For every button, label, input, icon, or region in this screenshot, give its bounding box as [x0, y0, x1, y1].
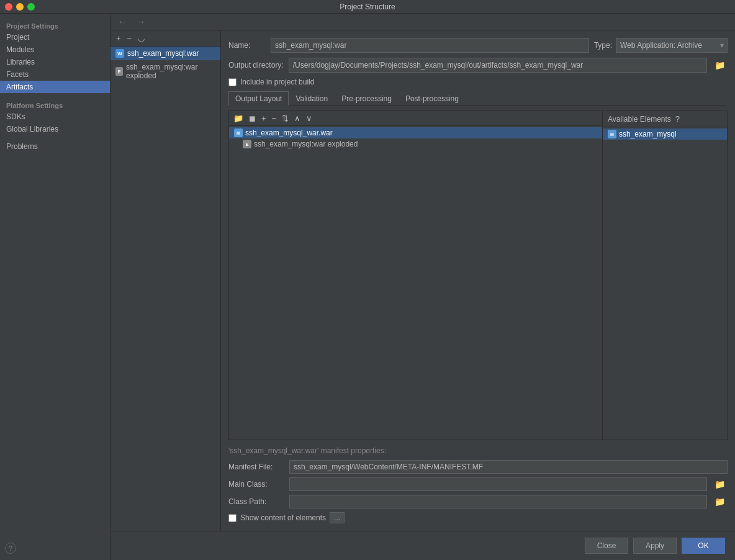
forward-button[interactable]: → — [134, 16, 148, 27]
tree-items: M ssh_exam_mysql_war.war E ssh_exam_mysq… — [229, 126, 602, 440]
exploded-icon: E — [115, 67, 123, 76]
show-content-label: Show content of elements — [240, 513, 326, 522]
class-path-label: Class Path: — [228, 497, 284, 506]
sidebar-divider-2 — [0, 135, 110, 140]
available-item-ssh-exam-mysql[interactable]: M ssh_exam_mysql — [603, 129, 727, 140]
tree-item-war[interactable]: M ssh_exam_mysql_war.war — [229, 127, 602, 138]
platform-settings-header: Platform Settings — [0, 98, 110, 111]
sidebar-item-facets[interactable]: Facets — [0, 68, 110, 81]
sidebar-divider — [0, 93, 110, 98]
class-path-row: Class Path: 📁 — [228, 495, 728, 508]
main-container: Project Settings Project Modules Librari… — [0, 14, 735, 560]
type-select[interactable]: Web Application: Archive — [616, 38, 728, 53]
tab-validation[interactable]: Validation — [289, 91, 335, 106]
titlebar: Project Structure — [0, 0, 735, 14]
sidebar-item-modules[interactable]: Modules — [0, 43, 110, 56]
tab-output-layout[interactable]: Output Layout — [228, 91, 289, 106]
bottom-bar: Close Apply OK — [110, 531, 735, 560]
tree-down-button[interactable]: ∨ — [304, 113, 314, 124]
output-tree-toolbar: 📁 ◼ + − ⇅ ∧ ∨ — [229, 111, 602, 126]
sidebar-item-problems[interactable]: Problems — [0, 140, 110, 153]
sidebar-item-artifacts[interactable]: Artifacts — [0, 81, 110, 93]
manifest-file-row: Manifest File: — [228, 460, 728, 474]
back-button[interactable]: ← — [115, 16, 129, 27]
manifest-file-label: Manifest File: — [228, 463, 284, 471]
available-items: M ssh_exam_mysql — [603, 127, 727, 440]
name-label: Name: — [228, 41, 266, 50]
main-class-input[interactable] — [289, 477, 707, 491]
include-project-build-checkbox[interactable] — [228, 78, 237, 86]
sidebar-item-libraries[interactable]: Libraries — [0, 56, 110, 68]
window-title: Project Structure — [340, 2, 395, 11]
close-button[interactable]: Close — [585, 538, 628, 554]
class-path-input[interactable] — [289, 495, 707, 508]
main-class-browse-button[interactable]: 📁 — [712, 479, 728, 489]
manifest-section: 'ssh_exam_mysql_war.war' manifest proper… — [228, 446, 728, 523]
nav-bar: ← → — [110, 14, 735, 30]
artifact-panel: + − ◡ W ssh_exam_mysql:war E ssh_exam_my… — [110, 30, 735, 531]
sidebar: Project Settings Project Modules Librari… — [0, 14, 110, 560]
output-dir-row: Output directory: 📁 — [228, 58, 728, 73]
remove-artifact-button[interactable]: − — [125, 33, 134, 43]
name-input[interactable] — [271, 38, 589, 53]
help-button[interactable]: ? — [5, 543, 16, 554]
manifest-file-input[interactable] — [289, 460, 728, 474]
war-icon: W — [115, 49, 124, 58]
sidebar-item-project[interactable]: Project — [0, 31, 110, 43]
war-tree-icon: M — [234, 129, 243, 137]
output-area: 📁 ◼ + − ⇅ ∧ ∨ M ssh_exam_mysql_war.war — [228, 111, 728, 440]
output-tree-panel: 📁 ◼ + − ⇅ ∧ ∨ M ssh_exam_mysql_war.war — [229, 111, 603, 440]
apply-button[interactable]: Apply — [633, 538, 677, 554]
available-help-button[interactable]: ? — [674, 114, 682, 124]
artifact-item-war[interactable]: W ssh_exam_mysql:war — [110, 47, 220, 60]
tree-folder-button[interactable]: 📁 — [232, 113, 245, 124]
tree-module-button[interactable]: ◼ — [247, 113, 258, 124]
main-class-row: Main Class: 📁 — [228, 477, 728, 491]
tree-sort-button[interactable]: ⇅ — [280, 113, 291, 124]
artifact-item-war-exploded[interactable]: E ssh_exam_mysql:war exploded — [110, 60, 220, 83]
exploded-tree-icon: E — [243, 140, 251, 148]
available-elements-label: Available Elements — [608, 115, 671, 124]
tab-post-processing[interactable]: Post-processing — [399, 91, 466, 106]
content-area: ← → + − ◡ W ssh_exam_mysql:war E — [110, 14, 735, 560]
copy-artifact-button[interactable]: ◡ — [136, 33, 147, 43]
output-dir-label: Output directory: — [228, 61, 284, 70]
maximize-window-button[interactable] — [27, 3, 35, 11]
show-content-checkbox[interactable] — [228, 514, 237, 522]
artifact-list-panel: + − ◡ W ssh_exam_mysql:war E ssh_exam_my… — [110, 30, 221, 531]
include-project-build-label: Include in project build — [240, 78, 314, 86]
sidebar-item-global-libraries[interactable]: Global Libraries — [0, 123, 110, 135]
available-module-icon: M — [608, 130, 616, 138]
close-window-button[interactable] — [5, 3, 12, 11]
tree-add-button[interactable]: + — [259, 113, 268, 124]
output-dir-input[interactable] — [289, 58, 707, 73]
detail-panel: Name: Type: Web Application: Archive Out… — [221, 30, 735, 531]
add-artifact-button[interactable]: + — [114, 33, 123, 43]
manifest-section-title: 'ssh_exam_mysql_war.war' manifest proper… — [228, 446, 728, 455]
tree-remove-button[interactable]: − — [270, 113, 279, 124]
class-path-browse-button[interactable]: 📁 — [712, 497, 728, 507]
tab-pre-processing[interactable]: Pre-processing — [335, 91, 399, 106]
ok-button[interactable]: OK — [682, 538, 725, 554]
artifact-list-items: W ssh_exam_mysql:war E ssh_exam_mysql:wa… — [110, 47, 220, 531]
show-content-row: Show content of elements ... — [228, 512, 728, 523]
tree-item-war-exploded[interactable]: E ssh_exam_mysql:war exploded — [229, 138, 602, 150]
sidebar-item-sdks[interactable]: SDKs — [0, 111, 110, 123]
type-container: Type: Web Application: Archive — [594, 38, 728, 53]
type-select-wrapper: Web Application: Archive — [616, 38, 728, 53]
name-row: Name: Type: Web Application: Archive — [228, 38, 728, 53]
available-header: Available Elements ? — [603, 111, 727, 127]
available-panel: Available Elements ? M ssh_exam_mysql — [603, 111, 727, 440]
artifact-list-toolbar: + − ◡ — [110, 30, 220, 47]
tabs-bar: Output Layout Validation Pre-processing … — [228, 91, 728, 106]
project-settings-header: Project Settings — [0, 19, 110, 31]
minimize-window-button[interactable] — [16, 3, 24, 11]
type-label: Type: — [594, 41, 612, 50]
titlebar-buttons — [5, 3, 35, 11]
main-class-label: Main Class: — [228, 480, 284, 489]
output-dir-browse-button[interactable]: 📁 — [712, 60, 728, 70]
include-project-build-row: Include in project build — [228, 78, 728, 86]
tree-up-button[interactable]: ∧ — [292, 113, 302, 124]
ellipsis-button[interactable]: ... — [330, 512, 345, 523]
